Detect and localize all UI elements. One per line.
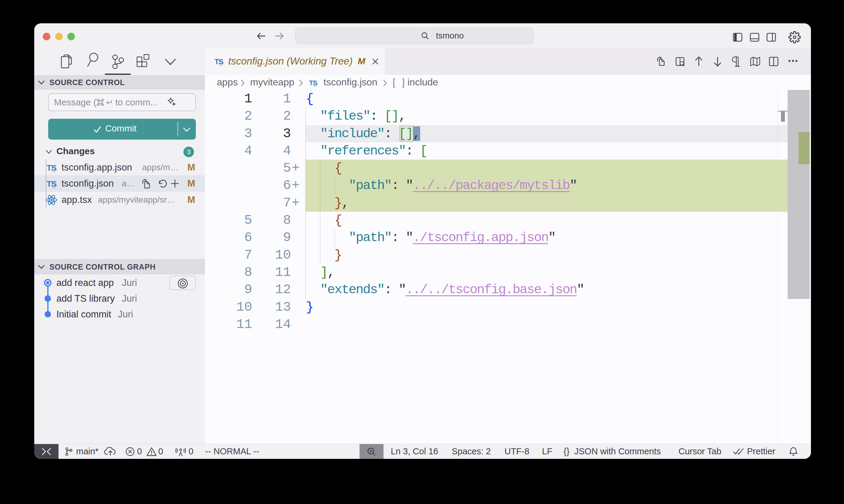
- svg-text:TS: TS: [47, 163, 56, 172]
- svg-text:TS: TS: [47, 179, 56, 188]
- svg-text:TS: TS: [214, 58, 223, 66]
- svg-text:TS: TS: [309, 79, 317, 87]
